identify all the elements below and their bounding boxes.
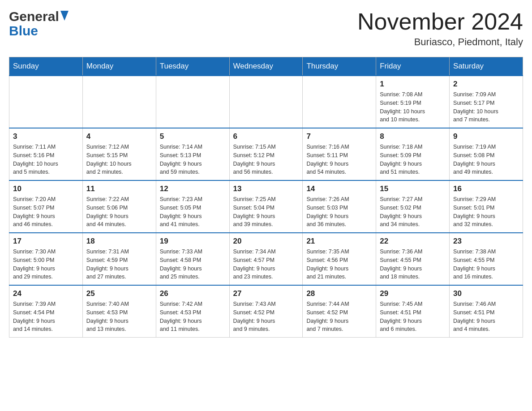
day-number: 22 xyxy=(380,237,446,246)
day-number: 8 xyxy=(380,132,446,141)
calendar-cell: 21Sunrise: 7:35 AMSunset: 4:56 PMDayligh… xyxy=(303,233,376,285)
month-title: November 2024 xyxy=(357,9,523,34)
day-header-sunday: Sunday xyxy=(9,57,83,76)
day-info: Sunrise: 7:44 AMSunset: 4:52 PMDaylight:… xyxy=(306,300,372,334)
calendar-cell: 27Sunrise: 7:43 AMSunset: 4:52 PMDayligh… xyxy=(229,285,303,338)
day-info: Sunrise: 7:22 AMSunset: 5:06 PMDaylight:… xyxy=(86,195,152,229)
days-header-row: SundayMondayTuesdayWednesdayThursdayFrid… xyxy=(9,57,523,76)
calendar-cell xyxy=(9,76,83,128)
day-header-thursday: Thursday xyxy=(303,57,376,76)
day-info: Sunrise: 7:38 AMSunset: 4:55 PMDaylight:… xyxy=(453,248,519,281)
day-number: 2 xyxy=(453,80,519,89)
calendar-cell xyxy=(156,76,229,128)
day-info: Sunrise: 7:09 AMSunset: 5:17 PMDaylight:… xyxy=(453,90,519,124)
day-info: Sunrise: 7:26 AMSunset: 5:03 PMDaylight:… xyxy=(306,195,372,229)
week-row-1: 1Sunrise: 7:08 AMSunset: 5:19 PMDaylight… xyxy=(9,76,523,128)
day-info: Sunrise: 7:19 AMSunset: 5:08 PMDaylight:… xyxy=(453,143,519,176)
calendar-cell: 20Sunrise: 7:34 AMSunset: 4:57 PMDayligh… xyxy=(229,233,303,285)
calendar-cell: 3Sunrise: 7:11 AMSunset: 5:16 PMDaylight… xyxy=(9,128,83,180)
day-info: Sunrise: 7:11 AMSunset: 5:16 PMDaylight:… xyxy=(13,143,79,176)
calendar-cell: 10Sunrise: 7:20 AMSunset: 5:07 PMDayligh… xyxy=(9,180,83,233)
calendar-cell: 30Sunrise: 7:46 AMSunset: 4:51 PMDayligh… xyxy=(450,285,523,338)
calendar-cell: 23Sunrise: 7:38 AMSunset: 4:55 PMDayligh… xyxy=(450,233,523,285)
day-number: 25 xyxy=(86,289,152,298)
day-info: Sunrise: 7:08 AMSunset: 5:19 PMDaylight:… xyxy=(380,90,446,124)
day-header-saturday: Saturday xyxy=(450,57,523,76)
day-number: 6 xyxy=(233,132,299,141)
day-number: 13 xyxy=(233,184,299,193)
day-number: 1 xyxy=(380,80,446,89)
day-info: Sunrise: 7:14 AMSunset: 5:13 PMDaylight:… xyxy=(160,143,226,176)
day-number: 26 xyxy=(160,289,226,298)
calendar-cell: 17Sunrise: 7:30 AMSunset: 5:00 PMDayligh… xyxy=(9,233,83,285)
day-info: Sunrise: 7:42 AMSunset: 4:53 PMDaylight:… xyxy=(160,300,226,334)
calendar-cell: 26Sunrise: 7:42 AMSunset: 4:53 PMDayligh… xyxy=(156,285,229,338)
day-info: Sunrise: 7:18 AMSunset: 5:09 PMDaylight:… xyxy=(380,143,446,176)
day-info: Sunrise: 7:16 AMSunset: 5:11 PMDaylight:… xyxy=(306,143,372,176)
calendar-cell: 4Sunrise: 7:12 AMSunset: 5:15 PMDaylight… xyxy=(82,128,156,180)
day-info: Sunrise: 7:36 AMSunset: 4:55 PMDaylight:… xyxy=(380,248,446,281)
day-info: Sunrise: 7:23 AMSunset: 5:05 PMDaylight:… xyxy=(160,195,226,229)
calendar-cell: 13Sunrise: 7:25 AMSunset: 5:04 PMDayligh… xyxy=(229,180,303,233)
calendar-cell: 19Sunrise: 7:33 AMSunset: 4:58 PMDayligh… xyxy=(156,233,229,285)
day-info: Sunrise: 7:31 AMSunset: 4:59 PMDaylight:… xyxy=(86,248,152,281)
calendar-cell: 1Sunrise: 7:08 AMSunset: 5:19 PMDaylight… xyxy=(376,76,450,128)
day-number: 12 xyxy=(160,184,226,193)
logo: General Blue xyxy=(9,9,69,39)
calendar-cell: 28Sunrise: 7:44 AMSunset: 4:52 PMDayligh… xyxy=(303,285,376,338)
page-header: General Blue November 2024 Buriasco, Pie… xyxy=(9,9,523,48)
week-row-5: 24Sunrise: 7:39 AMSunset: 4:54 PMDayligh… xyxy=(9,285,523,338)
day-info: Sunrise: 7:35 AMSunset: 4:56 PMDaylight:… xyxy=(306,248,372,281)
calendar-cell: 6Sunrise: 7:15 AMSunset: 5:12 PMDaylight… xyxy=(229,128,303,180)
day-info: Sunrise: 7:46 AMSunset: 4:51 PMDaylight:… xyxy=(453,300,519,334)
day-info: Sunrise: 7:34 AMSunset: 4:57 PMDaylight:… xyxy=(233,248,299,281)
calendar-cell: 7Sunrise: 7:16 AMSunset: 5:11 PMDaylight… xyxy=(303,128,376,180)
calendar-cell: 15Sunrise: 7:27 AMSunset: 5:02 PMDayligh… xyxy=(376,180,450,233)
svg-marker-0 xyxy=(60,11,69,21)
day-number: 4 xyxy=(86,132,152,141)
calendar-cell xyxy=(82,76,156,128)
day-number: 11 xyxy=(86,184,152,193)
day-info: Sunrise: 7:30 AMSunset: 5:00 PMDaylight:… xyxy=(13,248,79,281)
day-info: Sunrise: 7:27 AMSunset: 5:02 PMDaylight:… xyxy=(380,195,446,229)
day-number: 10 xyxy=(13,184,79,193)
day-number: 14 xyxy=(306,184,372,193)
calendar-cell: 14Sunrise: 7:26 AMSunset: 5:03 PMDayligh… xyxy=(303,180,376,233)
day-info: Sunrise: 7:45 AMSunset: 4:51 PMDaylight:… xyxy=(380,300,446,334)
day-number: 30 xyxy=(453,289,519,298)
day-number: 21 xyxy=(306,237,372,246)
day-info: Sunrise: 7:29 AMSunset: 5:01 PMDaylight:… xyxy=(453,195,519,229)
day-number: 3 xyxy=(13,132,79,141)
day-header-monday: Monday xyxy=(82,57,156,76)
day-number: 5 xyxy=(160,132,226,141)
day-info: Sunrise: 7:39 AMSunset: 4:54 PMDaylight:… xyxy=(13,300,79,334)
day-info: Sunrise: 7:43 AMSunset: 4:52 PMDaylight:… xyxy=(233,300,299,334)
logo-arrow-icon xyxy=(60,11,69,22)
day-number: 23 xyxy=(453,237,519,246)
day-number: 16 xyxy=(453,184,519,193)
title-section: November 2024 Buriasco, Piedmont, Italy xyxy=(357,9,523,48)
calendar-cell: 18Sunrise: 7:31 AMSunset: 4:59 PMDayligh… xyxy=(82,233,156,285)
week-row-4: 17Sunrise: 7:30 AMSunset: 5:00 PMDayligh… xyxy=(9,233,523,285)
day-info: Sunrise: 7:25 AMSunset: 5:04 PMDaylight:… xyxy=(233,195,299,229)
calendar-table: SundayMondayTuesdayWednesdayThursdayFrid… xyxy=(9,57,523,338)
calendar-cell: 8Sunrise: 7:18 AMSunset: 5:09 PMDaylight… xyxy=(376,128,450,180)
day-number: 20 xyxy=(233,237,299,246)
day-header-tuesday: Tuesday xyxy=(156,57,229,76)
calendar-cell: 9Sunrise: 7:19 AMSunset: 5:08 PMDaylight… xyxy=(450,128,523,180)
calendar-cell: 5Sunrise: 7:14 AMSunset: 5:13 PMDaylight… xyxy=(156,128,229,180)
calendar-cell: 16Sunrise: 7:29 AMSunset: 5:01 PMDayligh… xyxy=(450,180,523,233)
day-number: 24 xyxy=(13,289,79,298)
day-header-friday: Friday xyxy=(376,57,450,76)
day-info: Sunrise: 7:20 AMSunset: 5:07 PMDaylight:… xyxy=(13,195,79,229)
calendar-cell xyxy=(229,76,303,128)
day-number: 19 xyxy=(160,237,226,246)
day-number: 17 xyxy=(13,237,79,246)
week-row-3: 10Sunrise: 7:20 AMSunset: 5:07 PMDayligh… xyxy=(9,180,523,233)
day-number: 29 xyxy=(380,289,446,298)
day-number: 7 xyxy=(306,132,372,141)
day-number: 9 xyxy=(453,132,519,141)
day-number: 15 xyxy=(380,184,446,193)
day-number: 28 xyxy=(306,289,372,298)
logo-general-text: General xyxy=(9,9,59,24)
